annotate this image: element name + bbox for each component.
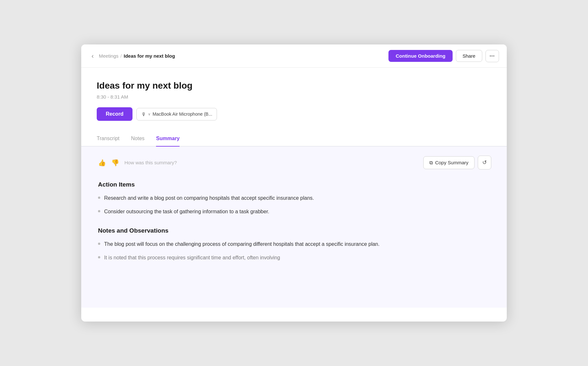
bullet-dot [98, 197, 100, 199]
list-item: Consider outsourcing the task of gatheri… [98, 207, 490, 216]
thumbs-up-button[interactable]: 👍 [97, 158, 107, 168]
action-item-1: Research and write a blog post on compar… [104, 194, 314, 202]
meeting-title: Ideas for my next blog [97, 81, 491, 91]
list-item: Research and write a blog post on compar… [98, 194, 490, 202]
summary-content: Action Items Research and write a blog p… [97, 181, 491, 262]
meeting-controls: Record 🎙 ∨ MacBook Air Microphone (B... [97, 107, 491, 121]
list-item: It is noted that this process requires s… [98, 254, 490, 262]
meeting-info: Ideas for my next blog 8:30 - 8:31 AM Re… [81, 68, 507, 121]
observation-1: The blog post will focus on the challeng… [104, 240, 379, 248]
record-button[interactable]: Record [97, 107, 132, 121]
meeting-time: 8:30 - 8:31 AM [97, 94, 491, 100]
chevron-icon: ∨ [148, 112, 151, 116]
breadcrumb: Meetings / Ideas for my next blog [99, 53, 175, 59]
back-button[interactable]: ‹ [89, 51, 96, 61]
refresh-icon: ↺ [482, 159, 487, 166]
mic-label: MacBook Air Microphone (B... [152, 111, 212, 117]
share-button[interactable]: Share [456, 50, 482, 62]
feedback-bar: 👍 👎 How was this summary? ⧉ Copy Summary [97, 156, 491, 169]
tab-summary[interactable]: Summary [156, 131, 180, 147]
notes-observations-heading: Notes and Observations [98, 227, 490, 234]
tab-notes[interactable]: Notes [131, 131, 145, 147]
copy-icon: ⧉ [429, 160, 433, 166]
summary-section: 👍 👎 How was this summary? ⧉ Copy Summary [81, 147, 507, 308]
feedback-placeholder: How was this summary? [124, 160, 177, 165]
feedback-left: 👍 👎 How was this summary? [97, 158, 177, 168]
breadcrumb-parent[interactable]: Meetings [99, 53, 119, 59]
list-item: The blog post will focus on the challeng… [98, 240, 490, 248]
more-options-button[interactable]: ··· [485, 50, 499, 62]
main-content: Ideas for my next blog 8:30 - 8:31 AM Re… [81, 68, 507, 322]
copy-summary-button[interactable]: ⧉ Copy Summary [423, 156, 475, 169]
bullet-dot [98, 243, 100, 245]
feedback-icons: 👍 👎 [97, 158, 121, 168]
action-items-list: Research and write a blog post on compar… [98, 194, 490, 216]
app-window: ‹ Meetings / Ideas for my next blog Cont… [81, 44, 507, 322]
header: ‹ Meetings / Ideas for my next blog Cont… [81, 44, 507, 68]
header-right: Continue Onboarding Share ··· [388, 50, 499, 62]
continue-onboarding-button[interactable]: Continue Onboarding [388, 50, 452, 62]
breadcrumb-current: Ideas for my next blog [124, 53, 175, 59]
action-item-2: Consider outsourcing the task of gatheri… [104, 207, 269, 216]
action-items-heading: Action Items [98, 181, 490, 188]
observation-2: It is noted that this process requires s… [104, 254, 280, 262]
breadcrumb-separator: / [121, 53, 122, 59]
bullet-dot [98, 210, 100, 212]
mic-icon: 🎙 [141, 111, 146, 117]
refresh-button[interactable]: ↺ [478, 156, 491, 169]
bullet-dot [98, 256, 100, 258]
tab-transcript[interactable]: Transcript [97, 131, 120, 147]
notes-observations-list: The blog post will focus on the challeng… [98, 240, 490, 262]
thumbs-down-button[interactable]: 👎 [110, 158, 121, 168]
thumbs-down-icon: 👎 [111, 159, 119, 166]
copy-summary-label: Copy Summary [435, 160, 468, 165]
back-icon: ‹ [92, 52, 94, 60]
feedback-right: ⧉ Copy Summary ↺ [423, 156, 491, 169]
mic-selector[interactable]: 🎙 ∨ MacBook Air Microphone (B... [136, 108, 217, 120]
header-left: ‹ Meetings / Ideas for my next blog [89, 51, 175, 61]
tabs-bar: Transcript Notes Summary [81, 131, 507, 147]
thumbs-up-icon: 👍 [98, 159, 106, 166]
